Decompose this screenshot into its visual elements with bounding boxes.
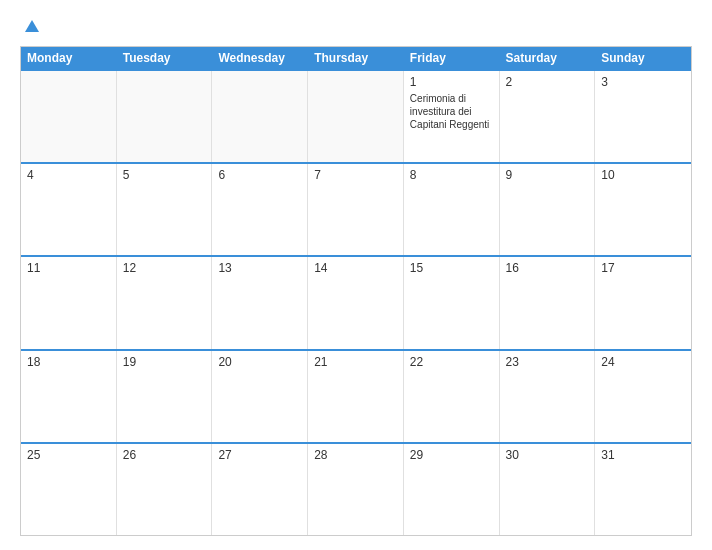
page: MondayTuesdayWednesdayThursdayFridaySatu… [0, 0, 712, 550]
cal-cell: 15 [404, 257, 500, 348]
day-number: 30 [506, 448, 589, 462]
day-number: 10 [601, 168, 685, 182]
cal-cell: 22 [404, 351, 500, 442]
cal-cell: 5 [117, 164, 213, 255]
cal-cell: 29 [404, 444, 500, 535]
cal-cell [212, 71, 308, 162]
cal-cell: 25 [21, 444, 117, 535]
day-number: 1 [410, 75, 493, 89]
day-number: 21 [314, 355, 397, 369]
day-number: 31 [601, 448, 685, 462]
header-day-monday: Monday [21, 47, 117, 69]
day-number: 19 [123, 355, 206, 369]
logo [20, 18, 41, 36]
calendar-body: 1Cerimonia di investitura dei Capitani R… [21, 69, 691, 535]
cal-cell: 13 [212, 257, 308, 348]
header-day-wednesday: Wednesday [212, 47, 308, 69]
cal-cell: 11 [21, 257, 117, 348]
day-number: 11 [27, 261, 110, 275]
logo-icon [23, 18, 41, 36]
week-row-5: 25262728293031 [21, 442, 691, 535]
day-number: 25 [27, 448, 110, 462]
day-number: 9 [506, 168, 589, 182]
cal-cell: 10 [595, 164, 691, 255]
cal-cell: 30 [500, 444, 596, 535]
cal-cell: 31 [595, 444, 691, 535]
day-number: 28 [314, 448, 397, 462]
week-row-3: 11121314151617 [21, 255, 691, 348]
day-number: 16 [506, 261, 589, 275]
day-number: 5 [123, 168, 206, 182]
cal-cell: 21 [308, 351, 404, 442]
day-number: 6 [218, 168, 301, 182]
header-day-thursday: Thursday [308, 47, 404, 69]
cal-cell [117, 71, 213, 162]
week-row-4: 18192021222324 [21, 349, 691, 442]
header-day-tuesday: Tuesday [117, 47, 213, 69]
day-number: 8 [410, 168, 493, 182]
day-number: 4 [27, 168, 110, 182]
day-number: 17 [601, 261, 685, 275]
day-number: 15 [410, 261, 493, 275]
day-number: 24 [601, 355, 685, 369]
day-number: 27 [218, 448, 301, 462]
cal-cell: 24 [595, 351, 691, 442]
day-number: 20 [218, 355, 301, 369]
cal-cell: 7 [308, 164, 404, 255]
cal-cell: 18 [21, 351, 117, 442]
header-day-sunday: Sunday [595, 47, 691, 69]
cal-cell: 3 [595, 71, 691, 162]
cal-cell [21, 71, 117, 162]
week-row-1: 1Cerimonia di investitura dei Capitani R… [21, 69, 691, 162]
calendar: MondayTuesdayWednesdayThursdayFridaySatu… [20, 46, 692, 536]
cal-cell: 9 [500, 164, 596, 255]
cal-cell: 23 [500, 351, 596, 442]
cal-cell: 28 [308, 444, 404, 535]
cal-cell: 8 [404, 164, 500, 255]
cal-cell [308, 71, 404, 162]
day-number: 14 [314, 261, 397, 275]
header [20, 18, 692, 36]
day-number: 13 [218, 261, 301, 275]
cal-cell: 4 [21, 164, 117, 255]
svg-marker-0 [25, 20, 39, 32]
week-row-2: 45678910 [21, 162, 691, 255]
header-day-saturday: Saturday [500, 47, 596, 69]
cal-cell: 2 [500, 71, 596, 162]
cal-cell: 14 [308, 257, 404, 348]
cal-cell: 19 [117, 351, 213, 442]
cal-cell: 6 [212, 164, 308, 255]
header-day-friday: Friday [404, 47, 500, 69]
day-number: 2 [506, 75, 589, 89]
day-number: 26 [123, 448, 206, 462]
event-label: Cerimonia di investitura dei Capitani Re… [410, 92, 493, 131]
cal-cell: 1Cerimonia di investitura dei Capitani R… [404, 71, 500, 162]
day-number: 22 [410, 355, 493, 369]
cal-cell: 26 [117, 444, 213, 535]
cal-cell: 12 [117, 257, 213, 348]
day-number: 12 [123, 261, 206, 275]
day-number: 23 [506, 355, 589, 369]
cal-cell: 27 [212, 444, 308, 535]
day-number: 18 [27, 355, 110, 369]
calendar-header: MondayTuesdayWednesdayThursdayFridaySatu… [21, 47, 691, 69]
day-number: 3 [601, 75, 685, 89]
cal-cell: 20 [212, 351, 308, 442]
day-number: 7 [314, 168, 397, 182]
cal-cell: 16 [500, 257, 596, 348]
cal-cell: 17 [595, 257, 691, 348]
day-number: 29 [410, 448, 493, 462]
